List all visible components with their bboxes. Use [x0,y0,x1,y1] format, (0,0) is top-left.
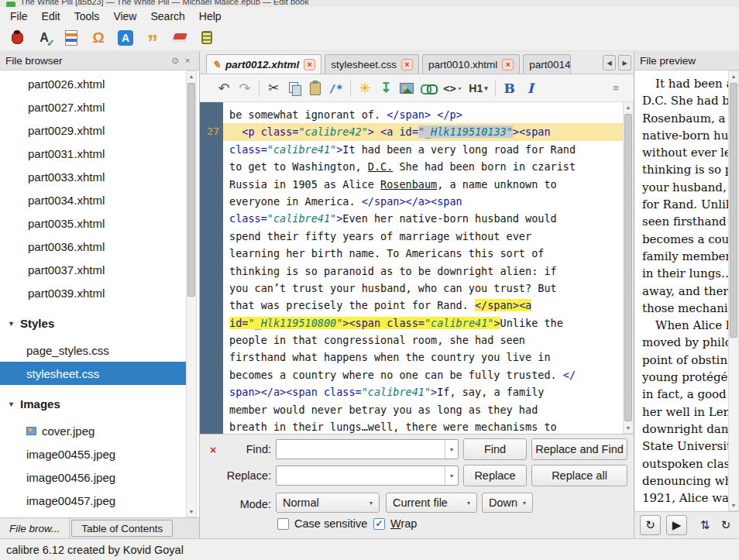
scope-select[interactable]: Current file ▾ [386,493,477,513]
scroll-up-icon[interactable]: ▲ [187,71,196,81]
close-find-panel-icon[interactable]: × [210,444,216,456]
menu-tools[interactable]: Tools [67,9,107,24]
file-item-cover-jpeg[interactable]: cover.jpeg [0,419,186,442]
fit-height-button[interactable]: ⇅ [697,518,713,532]
editor-scrollbar[interactable]: ▲ ▼ [623,102,634,434]
file-item-image00457-jpeg[interactable]: image00457.jpeg [0,489,186,512]
file-item-part0027-xhtml[interactable]: part0027.xhtml [0,95,186,119]
case-sensitive-checkbox[interactable]: Case sensitive [277,517,367,530]
checkbox-box[interactable] [277,518,289,530]
undo-icon[interactable]: ↶ [217,80,231,97]
copy-icon[interactable] [287,81,301,95]
scroll-down-icon[interactable]: ▼ [729,500,738,510]
code-line[interactable]: id="_Hlk119510800"><span class="calibre4… [223,314,623,332]
omega-icon[interactable]: Ω [89,29,108,47]
insert-image-icon[interactable] [400,83,414,94]
code-line[interactable]: that was precisely the point for Rand. <… [223,297,623,314]
bold-icon[interactable]: B [503,81,517,96]
refresh-preview-button[interactable]: ↻ [640,515,661,535]
preview-body[interactable]: It had been a veD.C. She had beRosenbaum… [635,70,728,511]
replace-all-button[interactable]: Replace all [531,465,627,486]
tab-part0010-xhtml[interactable]: part0010.xhtml× [422,54,520,74]
file-item-part0039-xhtml[interactable]: part0039.xhtml [0,281,186,304]
replace-and-find-button[interactable]: Replace and Find [531,438,627,460]
tabs-scroll-left-icon[interactable]: ◀ [603,55,616,70]
checklist-icon[interactable] [198,29,216,47]
mode-select[interactable]: Normal ▾ [276,493,380,513]
direction-select[interactable]: Down ▾ [482,493,533,513]
section-images[interactable]: ▾Images [0,388,186,419]
file-item-part0033-xhtml[interactable]: part0033.xhtml [0,165,186,188]
file-item-part0026-xhtml[interactable]: part0026.xhtml [0,72,186,95]
file-item-stylesheet-css[interactable]: stylesheet.css [0,362,186,385]
eraser-icon[interactable] [170,29,189,47]
code-line[interactable]: class="calibre41">It had been a very lon… [223,141,623,158]
code-line[interactable]: thinking is so paranoid as to be downrig… [223,263,623,280]
tab-stylesheet-css[interactable]: stylesheet.css× [325,54,419,74]
menu-file[interactable]: File [3,9,35,24]
menu-view[interactable]: View [106,9,143,24]
file-item-part0029-xhtml[interactable]: part0029.xhtml [0,119,186,142]
insert-from-file-icon[interactable]: ↧ [379,80,393,96]
toolbar-overflow-icon[interactable]: ≡ [609,82,623,94]
file-list-scrollbar[interactable]: ▲ ▼ [186,70,197,517]
file-item-image00456-jpeg[interactable]: image00456.jpeg [0,466,186,489]
file-item-part0036-xhtml[interactable]: part0036.xhtml [0,235,186,258]
code-editor[interactable]: 27 be somewhat ignorant of. </span> </p>… [200,102,634,434]
code-line[interactable]: becomes a country where no one can be fu… [223,366,623,383]
scroll-down-icon[interactable]: ▼ [624,423,633,433]
tab-part0012-xhtml[interactable]: ✎part0012.xhtml× [206,54,321,74]
cut-icon[interactable]: ✂ [266,80,280,96]
code-line[interactable]: Russia in 1905 as Alice Rosenbaum, a nam… [223,176,623,193]
ladybug-icon[interactable] [8,29,26,47]
replace-button[interactable]: Replace [463,465,527,486]
code-line[interactable]: <p class="calibre42"> <a id="_Hlk1195101… [223,123,623,140]
insert-link-icon[interactable] [421,83,436,93]
scroll-up-icon[interactable]: ▲ [729,71,738,81]
fix-html-icon[interactable]: ✳ [358,80,372,97]
scrollbar-thumb[interactable] [187,83,195,297]
dock-tab-file-brow[interactable]: File brow... [0,518,70,538]
menu-search[interactable]: Search [143,9,191,24]
file-item-page-styles-css[interactable]: page_styles.css [0,338,186,362]
heading-style-icon[interactable]: H1▾ [469,82,487,94]
code-line[interactable]: breath in their lungs…well, there were m… [223,418,623,434]
font-icon[interactable] [118,30,133,46]
section-styles[interactable]: ▾Styles [0,307,186,338]
insert-special-character-icon[interactable]: /* [329,82,343,94]
code-line[interactable]: everyone in America. </span></a><span [223,193,623,210]
code-line[interactable]: be somewhat ignorant of. </span> </p> [223,106,623,123]
find-input[interactable] [277,440,444,459]
preview-scrollbar[interactable]: ▲ ▼ [728,70,739,511]
code-line[interactable]: class="calibre41">Even her native-born h… [223,210,623,227]
insert-tag-icon[interactable]: <>▾ [443,82,462,94]
menu-help[interactable]: Help [192,9,229,24]
code-line[interactable]: you can’t trust your husband, who can yo… [223,280,623,297]
file-item-part0035-xhtml[interactable]: part0035.xhtml [0,211,186,235]
find-history-dropdown-icon[interactable]: ▾ [445,440,458,459]
file-item-part0037-xhtml[interactable]: part0037.xhtml [0,258,186,281]
file-item-image00455-jpeg[interactable]: image00455.jpeg [0,442,186,466]
code-line[interactable]: to get to Washington, D.C. She had been … [223,158,623,175]
code-line[interactable]: span></a><span class="calibre41">If, say… [223,383,623,400]
run-preview-button[interactable]: ▶ [666,515,687,535]
tab-close-icon[interactable]: × [502,59,514,70]
tab-close-icon[interactable]: × [304,59,315,70]
code-line[interactable]: spend their fifty years of marriage with… [223,228,623,245]
code-line[interactable]: member would never betray you as long as… [223,401,623,418]
reload-preview-button[interactable]: ↻ [718,518,734,532]
spellcheck-icon[interactable] [35,29,53,47]
report-icon[interactable] [62,29,81,47]
scroll-up-icon[interactable]: ▲ [624,102,633,112]
checkbox-box[interactable]: ✓ [373,518,385,530]
redo-icon[interactable]: ↷ [238,80,252,97]
code-line[interactable]: people in that congressional room, she h… [223,332,623,349]
paste-icon[interactable] [308,81,322,95]
replace-input[interactable] [277,466,444,485]
find-button[interactable]: Find [463,438,527,460]
italic-icon[interactable]: I [524,81,538,96]
scrollbar-thumb[interactable] [624,114,632,421]
tab-part0014-xhtml[interactable]: part0014.xhtml× [523,54,571,74]
code-area[interactable]: be somewhat ignorant of. </span> </p> <p… [223,102,623,434]
code-line[interactable]: learning her birth name. To Americans th… [223,245,623,262]
